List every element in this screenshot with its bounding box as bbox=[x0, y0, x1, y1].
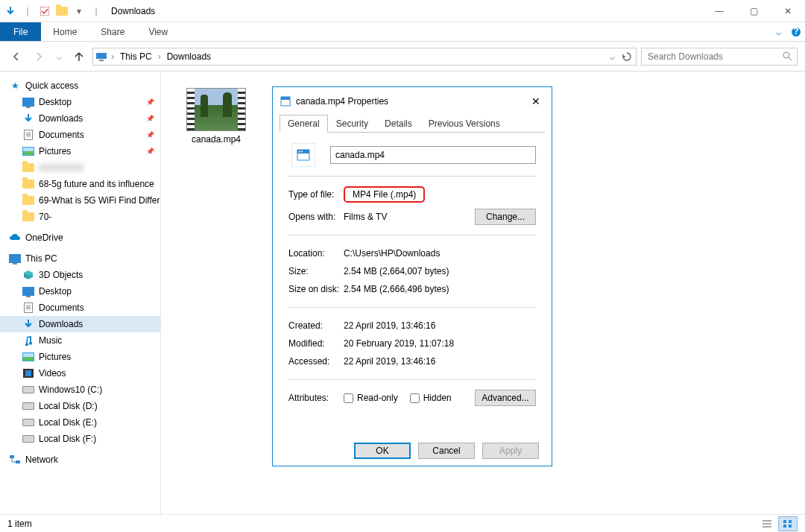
advanced-button[interactable]: Advanced... bbox=[475, 390, 536, 406]
tab-security[interactable]: Security bbox=[328, 115, 376, 132]
nav-pc-item[interactable]: Desktop bbox=[0, 283, 160, 300]
quick-access-toolbar: | ▾ | bbox=[0, 4, 107, 19]
ribbon-tab-share[interactable]: Share bbox=[89, 22, 136, 41]
search-box[interactable] bbox=[641, 48, 798, 66]
apply-button[interactable]: Apply bbox=[482, 443, 539, 459]
nav-pc-item[interactable]: Local Disk (E:) bbox=[0, 414, 160, 431]
ok-button[interactable]: OK bbox=[354, 443, 411, 459]
nav-label: Music bbox=[39, 335, 62, 346]
nav-pc-item[interactable]: Pictures bbox=[0, 349, 160, 365]
search-input[interactable] bbox=[646, 51, 783, 63]
ribbon-tab-home[interactable]: Home bbox=[41, 22, 89, 41]
value-accessed: 22 April 2019, 13:46:16 bbox=[344, 356, 536, 367]
nav-pc-item[interactable]: Downloads bbox=[0, 316, 160, 332]
nav-network[interactable]: Network bbox=[0, 452, 160, 468]
pic-icon bbox=[22, 351, 34, 363]
maximize-button[interactable]: ▢ bbox=[736, 0, 771, 22]
label-location: Location: bbox=[288, 248, 344, 259]
svg-point-19 bbox=[301, 151, 303, 153]
nav-this-pc[interactable]: This PC bbox=[0, 250, 160, 267]
hidden-checkbox[interactable]: Hidden bbox=[410, 393, 452, 403]
crumb-sep-icon[interactable]: › bbox=[110, 51, 115, 62]
nav-qa-item[interactable]: Documents📌 bbox=[0, 127, 160, 143]
svg-rect-7 bbox=[25, 370, 31, 376]
qat-check-icon[interactable] bbox=[37, 4, 52, 19]
crumb-sep-icon[interactable]: › bbox=[157, 51, 162, 62]
nav-qa-item[interactable]: 70- bbox=[0, 209, 160, 225]
label-created: Created: bbox=[288, 320, 344, 331]
star-icon: ★ bbox=[9, 80, 21, 92]
nav-qa-item[interactable]: 68-5g future and its influence bbox=[0, 176, 160, 192]
doc-icon bbox=[22, 302, 34, 314]
svg-point-5 bbox=[783, 52, 789, 58]
nav-qa-item[interactable] bbox=[0, 159, 160, 176]
search-icon[interactable] bbox=[783, 51, 792, 61]
help-icon[interactable]: ? bbox=[787, 22, 805, 41]
address-bar[interactable]: › This PC › Downloads ⌵ bbox=[92, 48, 637, 66]
nav-qa-item[interactable]: Desktop📌 bbox=[0, 94, 160, 110]
view-switcher bbox=[757, 516, 798, 531]
status-bar: 1 item bbox=[0, 514, 805, 532]
dialog-body: Type of file: MP4 File (.mp4) Opens with… bbox=[280, 133, 545, 435]
label-opens-with: Opens with: bbox=[288, 212, 344, 222]
filename-input[interactable] bbox=[330, 146, 536, 164]
pin-icon: 📌 bbox=[146, 131, 154, 139]
dialog-close-button[interactable]: ✕ bbox=[527, 95, 545, 107]
nav-qa-item[interactable]: Downloads📌 bbox=[0, 110, 160, 127]
value-size: 2.54 MB (2,664,007 bytes) bbox=[344, 266, 536, 276]
nav-label: Documents bbox=[39, 303, 84, 313]
view-icons-button[interactable] bbox=[778, 516, 798, 531]
up-button[interactable] bbox=[70, 48, 88, 66]
qat-folder-icon[interactable] bbox=[54, 4, 69, 19]
down-icon bbox=[22, 318, 34, 330]
view-details-button[interactable] bbox=[757, 516, 777, 531]
address-pc-icon bbox=[95, 51, 107, 63]
address-dropdown-icon[interactable]: ⌵ bbox=[605, 50, 619, 63]
cancel-button[interactable]: Cancel bbox=[418, 443, 475, 459]
ribbon-collapse-icon[interactable]: ⌵ bbox=[769, 22, 787, 41]
nav-pc-item[interactable]: Local Disk (F:) bbox=[0, 431, 160, 447]
nav-pc-item[interactable]: Local Disk (D:) bbox=[0, 398, 160, 414]
nav-pc-item[interactable]: Windows10 (C:) bbox=[0, 381, 160, 398]
tab-strip: General Security Details Previous Versio… bbox=[280, 115, 545, 133]
crumb-downloads[interactable]: Downloads bbox=[165, 51, 213, 62]
svg-rect-4 bbox=[99, 60, 104, 61]
recent-dropdown-icon[interactable]: ⌵ bbox=[52, 48, 66, 66]
qat-arrow-icon[interactable] bbox=[3, 4, 18, 19]
label-type: Type of file: bbox=[288, 189, 344, 200]
change-button[interactable]: Change... bbox=[475, 209, 536, 225]
ribbon-tab-view[interactable]: View bbox=[136, 22, 180, 41]
nav-onedrive[interactable]: OneDrive bbox=[0, 229, 160, 246]
tab-previous-versions[interactable]: Previous Versions bbox=[420, 115, 508, 132]
nav-label: Desktop bbox=[39, 97, 72, 107]
nav-label: Downloads bbox=[39, 319, 83, 329]
label-size-on-disk: Size on disk: bbox=[288, 284, 344, 294]
ribbon-file-button[interactable]: File bbox=[0, 22, 41, 41]
forward-button bbox=[30, 48, 48, 66]
nav-pc-item[interactable]: Music bbox=[0, 332, 160, 349]
tab-details[interactable]: Details bbox=[376, 115, 420, 132]
file-name: canada.mp4 bbox=[186, 134, 246, 145]
crumb-this-pc[interactable]: This PC bbox=[118, 51, 154, 62]
nav-label: This PC bbox=[25, 253, 57, 264]
readonly-checkbox[interactable]: Read-only bbox=[344, 393, 398, 403]
cube-icon bbox=[22, 269, 34, 281]
nav-qa-item[interactable]: Pictures📌 bbox=[0, 143, 160, 159]
window-title: Downloads bbox=[107, 6, 155, 16]
nav-label: 70- bbox=[39, 212, 51, 222]
refresh-icon[interactable] bbox=[620, 50, 634, 63]
minimize-button[interactable]: — bbox=[702, 0, 736, 22]
nav-label: Quick access bbox=[25, 80, 78, 91]
folder-icon bbox=[22, 211, 34, 223]
nav-quick-access[interactable]: ★ Quick access bbox=[0, 77, 160, 94]
svg-rect-11 bbox=[789, 520, 792, 523]
nav-pc-item[interactable]: Documents bbox=[0, 300, 160, 316]
back-button[interactable] bbox=[7, 48, 25, 66]
tab-general[interactable]: General bbox=[280, 115, 328, 133]
close-button[interactable]: ✕ bbox=[771, 0, 805, 22]
file-item[interactable]: canada.mp4 bbox=[186, 88, 246, 145]
nav-qa-item[interactable]: 69-What is 5G WiFi Find Differ bbox=[0, 192, 160, 209]
qat-dropdown-icon[interactable]: ▾ bbox=[72, 4, 86, 19]
nav-pc-item[interactable]: Videos bbox=[0, 365, 160, 381]
nav-pc-item[interactable]: 3D Objects bbox=[0, 267, 160, 283]
